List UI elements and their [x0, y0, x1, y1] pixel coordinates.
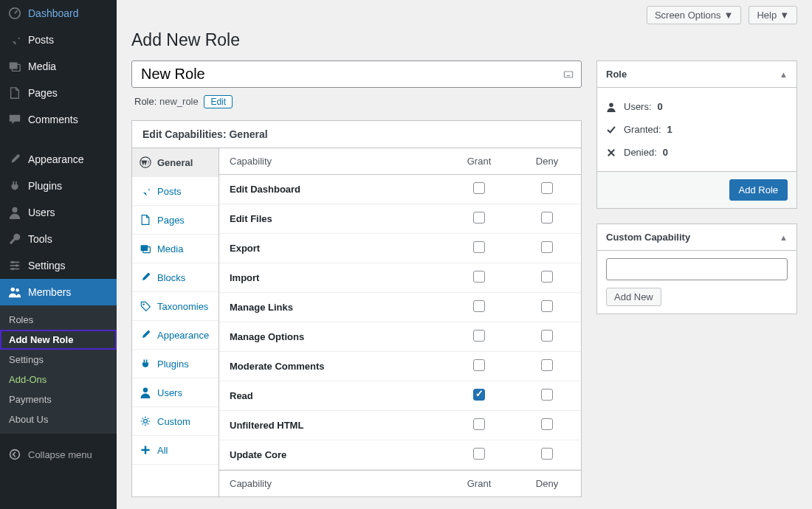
cap-tab-plugins[interactable]: Plugins — [132, 350, 219, 378]
cap-tab-all[interactable]: All — [132, 436, 219, 465]
cap-row: Manage Links — [219, 293, 581, 322]
check-icon — [606, 125, 618, 135]
svg-point-11 — [16, 288, 19, 292]
custom-capability-header[interactable]: Custom Capability ▲ — [597, 224, 796, 251]
collapse-menu-button[interactable]: Collapse menu — [0, 441, 117, 468]
denied-stat: Denied: 0 — [606, 141, 788, 164]
grant-checkbox[interactable] — [473, 448, 485, 460]
custom-capability-input[interactable] — [606, 258, 788, 280]
deny-checkbox[interactable] — [541, 271, 553, 283]
sidebar-item-appearance[interactable]: Appearance — [0, 146, 117, 173]
deny-checkbox[interactable] — [541, 389, 553, 401]
cap-tab-general[interactable]: General — [132, 148, 219, 177]
deny-checkbox[interactable] — [541, 182, 553, 194]
cap-row: Read — [219, 381, 581, 411]
role-slug-value: new_role — [159, 96, 199, 107]
collapse-menu-label: Collapse menu — [28, 449, 92, 460]
media-icon — [140, 243, 151, 254]
add-new-capability-button[interactable]: Add New — [606, 288, 661, 306]
sidebar-item-label: Members — [28, 286, 71, 298]
submenu-item-roles[interactable]: Roles — [0, 310, 117, 330]
add-role-button[interactable]: Add Role — [729, 179, 788, 201]
deny-checkbox[interactable] — [541, 418, 553, 430]
sidebar-item-settings[interactable]: Settings — [0, 252, 117, 279]
cap-name: Edit Dashboard — [219, 184, 445, 195]
deny-checkbox[interactable] — [541, 241, 553, 253]
gear-icon — [140, 415, 151, 427]
cap-tab-custom[interactable]: Custom — [132, 407, 219, 436]
sidebar-item-posts[interactable]: Posts — [0, 27, 117, 53]
sidebar-item-pages[interactable]: Pages — [0, 80, 117, 106]
cap-name: Update Core — [219, 449, 445, 460]
role-slug-label: Role: — [134, 96, 156, 107]
cap-name: Manage Links — [219, 302, 445, 313]
deny-checkbox[interactable] — [541, 300, 553, 312]
sidebar-item-label: Users — [28, 207, 55, 218]
sidebar-item-label: Comments — [28, 114, 78, 125]
custom-capability-panel: Custom Capability ▲ Add New — [596, 224, 797, 314]
submenu-item-add-ons[interactable]: Add-Ons — [0, 370, 117, 389]
cap-tab-appearance[interactable]: Appearance — [132, 321, 219, 350]
settings-icon — [7, 258, 22, 273]
role-name-input[interactable] — [131, 60, 582, 88]
deny-checkbox[interactable] — [541, 212, 553, 224]
sidebar-item-tools[interactable]: Tools — [0, 226, 117, 252]
grant-checkbox[interactable] — [473, 182, 485, 194]
edit-slug-button[interactable]: Edit — [204, 95, 233, 108]
svg-rect-19 — [141, 245, 148, 251]
col-deny: Deny — [513, 478, 581, 489]
capability-tabs: GeneralPostsPagesMediaBlocksTaxonomiesAp… — [132, 148, 219, 496]
cap-tab-users[interactable]: Users — [132, 378, 219, 407]
cap-row: Edit Dashboard — [219, 175, 581, 204]
grant-checkbox[interactable] — [473, 418, 485, 430]
deny-checkbox[interactable] — [541, 448, 553, 460]
sidebar-item-label: Dashboard — [28, 7, 79, 19]
members-icon — [7, 285, 22, 299]
grant-checkbox[interactable] — [473, 241, 485, 253]
svg-point-9 — [12, 268, 15, 271]
submenu-item-settings[interactable]: Settings — [0, 350, 117, 370]
cap-tab-posts[interactable]: Posts — [132, 177, 219, 206]
grant-checkbox[interactable] — [473, 271, 485, 283]
sidebar-item-comments[interactable]: Comments — [0, 106, 117, 133]
sidebar-item-label: Tools — [28, 233, 52, 245]
cap-row: Unfiltered HTML — [219, 411, 581, 440]
user-icon — [606, 102, 618, 112]
submenu-item-about-us[interactable]: About Us — [0, 409, 117, 429]
grant-checkbox[interactable] — [473, 212, 485, 224]
grant-checkbox[interactable] — [473, 300, 485, 312]
cap-tab-label: General — [157, 157, 193, 168]
grant-checkbox[interactable] — [473, 359, 485, 371]
cap-tab-label: Appearance — [157, 330, 209, 341]
help-button[interactable]: Help ▼ — [749, 6, 797, 24]
brush-icon — [140, 271, 151, 283]
page-title: Add New Role — [131, 30, 797, 50]
cap-row: Edit Files — [219, 204, 581, 234]
chevron-down-icon: ▼ — [780, 10, 789, 21]
sidebar-item-plugins[interactable]: Plugins — [0, 173, 117, 199]
sidebar-item-members[interactable]: Members — [0, 279, 117, 305]
sidebar-item-dashboard[interactable]: Dashboard — [0, 0, 117, 27]
sidebar-item-media[interactable]: Media — [0, 53, 117, 80]
role-panel-header[interactable]: Role ▲ — [597, 61, 796, 88]
cap-name: Moderate Comments — [219, 361, 445, 372]
deny-checkbox[interactable] — [541, 359, 553, 371]
deny-checkbox[interactable] — [541, 330, 553, 342]
col-capability: Capability — [219, 156, 445, 167]
submenu-item-payments[interactable]: Payments — [0, 389, 117, 409]
sidebar-item-users[interactable]: Users — [0, 199, 117, 226]
submenu-item-add-new-role[interactable]: Add New Role — [0, 330, 117, 350]
cap-tab-pages[interactable]: Pages — [132, 206, 219, 235]
screen-options-button[interactable]: Screen Options ▼ — [647, 6, 741, 24]
cap-tab-blocks[interactable]: Blocks — [132, 263, 219, 292]
cap-name: Edit Files — [219, 213, 445, 224]
col-capability: Capability — [219, 478, 445, 489]
cap-tab-media[interactable]: Media — [132, 235, 219, 263]
svg-point-7 — [12, 261, 15, 264]
grant-checkbox[interactable] — [473, 330, 485, 342]
cap-tab-label: Plugins — [157, 359, 189, 370]
cap-tab-taxonomies[interactable]: Taxonomies — [132, 292, 219, 321]
plug-icon — [7, 179, 22, 193]
grant-checkbox[interactable] — [473, 389, 485, 401]
svg-point-24 — [609, 103, 613, 107]
